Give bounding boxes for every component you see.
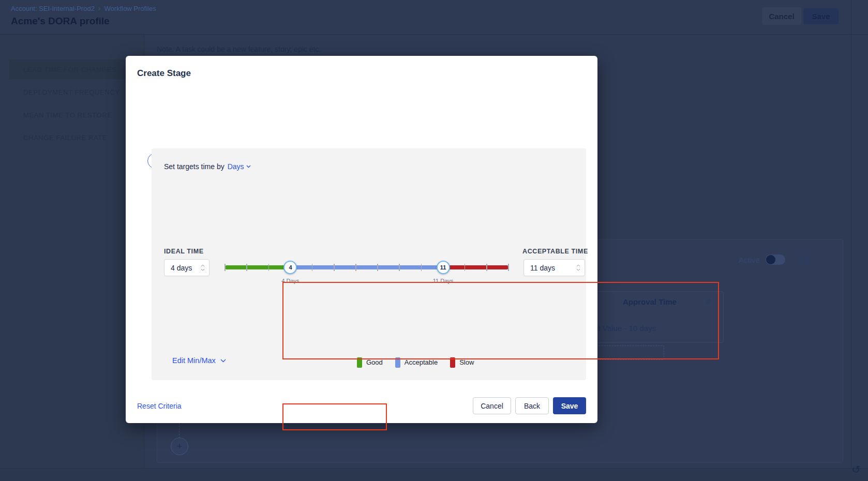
sidebar: CONFIGURATION LEAD TIME FOR CHANGESDEPLO…: [0, 35, 144, 481]
acceptable-stepper-arrows[interactable]: [576, 264, 580, 271]
slider-tick: [465, 264, 466, 271]
page-title: Acme's DORA profile: [11, 16, 110, 27]
toggle-knob: [766, 255, 775, 264]
slider-tick: [246, 264, 247, 271]
right-rail-divider: [851, 0, 851, 481]
ideal-time-value[interactable]: 4 days: [171, 264, 192, 272]
annotation-box-edit-minmax: [282, 403, 387, 430]
breadcrumb-section-link[interactable]: Workflow Profiles: [104, 5, 156, 12]
sidebar-item-mean-time-to-restore[interactable]: MEAN TIME TO RESTORE: [9, 105, 129, 125]
breadcrumb-separator-icon: ›: [98, 4, 101, 12]
slider-tick: [486, 264, 487, 271]
modal-back-button[interactable]: Back: [515, 397, 549, 414]
lock-icon: [800, 253, 809, 264]
create-stage-modal: Create Stage Stage InfoStage Definition3…: [126, 56, 597, 423]
sidebar-header-association[interactable]: ASSOCIATION: [17, 157, 69, 164]
header-save-button[interactable]: Save: [803, 8, 839, 24]
slider-slow-segment: [443, 265, 508, 269]
modal-save-button[interactable]: Save: [553, 397, 586, 414]
chevron-down-icon[interactable]: [201, 268, 205, 271]
set-targets-label: Set targets time by: [164, 162, 225, 171]
acceptable-time-value[interactable]: 11 days: [530, 264, 555, 272]
reset-criteria-link[interactable]: Reset Criteria: [137, 402, 182, 410]
threshold-slider[interactable]: 4 11 4 Days 11 Days: [225, 265, 508, 269]
ideal-stepper-arrows[interactable]: [201, 264, 205, 271]
footer-bar: [0, 468, 868, 481]
slider-handle-acceptable[interactable]: 11: [437, 261, 450, 274]
sidebar-item-change-failure-rate[interactable]: CHANGE FAILURE RATE: [9, 128, 129, 147]
modal-cancel-button[interactable]: Cancel: [473, 397, 511, 414]
add-stage-button[interactable]: +: [171, 438, 188, 455]
slider-tick: [334, 264, 335, 271]
slider-tick: [225, 264, 226, 271]
sidebar-header-configuration: CONFIGURATION: [17, 43, 81, 51]
breadcrumb: Account: SEI-Internal-Prod2 › Workflow P…: [11, 4, 156, 12]
chevron-down-icon: [220, 359, 226, 363]
screen: Account: SEI-Internal-Prod2 › Workflow P…: [0, 0, 868, 481]
chevron-down-icon: [246, 165, 251, 168]
stage-connector-line: [179, 423, 179, 438]
header-cancel-button[interactable]: Cancel: [762, 7, 801, 25]
active-toggle-label: Active: [739, 255, 760, 264]
acceptable-time-label: ACCEPTABLE TIME: [522, 248, 588, 255]
set-targets-row: Set targets time by Days: [164, 162, 251, 171]
sidebar-item-lead-time-for-changes[interactable]: LEAD TIME FOR CHANGES: [9, 59, 129, 79]
note-text: Note: A task could be a new feature, sto…: [157, 45, 321, 53]
ideal-time-label: IDEAL TIME: [164, 248, 204, 255]
active-toggle[interactable]: [766, 254, 785, 265]
unit-dropdown[interactable]: Days: [228, 162, 251, 171]
slider-tick: [268, 264, 270, 271]
unit-dropdown-value[interactable]: Days: [228, 162, 244, 171]
slider-tick: [355, 264, 356, 271]
slider-tick: [312, 264, 313, 271]
slider-good-segment: [225, 265, 290, 269]
breadcrumb-account-link[interactable]: Account: SEI-Internal-Prod2: [11, 5, 95, 12]
edit-minmax-label[interactable]: Edit Min/Max: [172, 356, 216, 365]
edit-minmax-dropdown[interactable]: Edit Min/Max: [172, 356, 226, 365]
history-widget-icon[interactable]: ↺: [851, 463, 861, 476]
annotation-box-thresholds: [282, 282, 719, 359]
slider-tick: [399, 264, 400, 271]
ideal-time-input[interactable]: 4 days: [164, 259, 209, 276]
chevron-up-icon[interactable]: [201, 264, 205, 267]
chevron-up-icon[interactable]: [576, 264, 580, 267]
slider-tick: [421, 264, 422, 271]
acceptable-time-input[interactable]: 11 days: [523, 259, 585, 276]
sidebar-item-deployment-frequency[interactable]: DEPLOYMENT FREQUENCY: [9, 82, 129, 102]
slider-tick: [377, 264, 378, 271]
chevron-down-icon[interactable]: [576, 268, 580, 271]
slider-tick: [508, 264, 509, 271]
modal-title: Create Stage: [137, 68, 191, 79]
